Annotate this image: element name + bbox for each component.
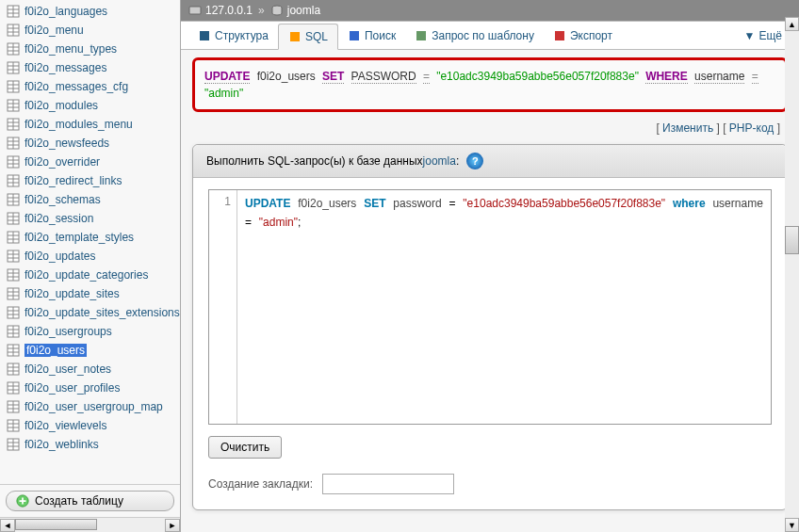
table-item[interactable]: f0i2o_usergroups	[6, 322, 174, 341]
table-item[interactable]: f0i2o_newsfeeds	[6, 134, 174, 153]
scroll-right-icon[interactable]: ►	[165, 519, 180, 532]
tab-sql[interactable]: SQL	[278, 24, 338, 50]
table-item[interactable]: f0i2o_update_categories	[6, 266, 174, 284]
table-item[interactable]: f0i2o_viewlevels	[6, 416, 174, 435]
main: 127.0.0.1 » joomla СтруктураSQLПоискЗапр…	[181, 0, 799, 532]
table-list[interactable]: f0i2o_languagesf0i2o_menuf0i2o_menu_type…	[0, 0, 180, 484]
svg-rect-100	[290, 32, 300, 41]
content: UPDATE f0i2o_users SET PASSWORD = "e10ad…	[181, 50, 799, 532]
main-vscrollbar[interactable]: ▲ ▼	[785, 17, 799, 532]
tab-label: Запрос по шаблону	[432, 29, 534, 42]
panel-suffix: :	[456, 154, 459, 168]
help-icon[interactable]: ?	[466, 153, 483, 169]
tab-label: Экспорт	[570, 29, 612, 42]
panel-header: Выполнить SQL-запрос(ы) к базе данных jo…	[193, 145, 787, 178]
table-item[interactable]: f0i2o_user_notes	[6, 360, 174, 379]
table-item[interactable]: f0i2o_modules_menu	[6, 115, 174, 134]
breadcrumb-db[interactable]: joomla	[287, 4, 320, 17]
query-links: [ Изменить ] [ PHP-код ]	[192, 118, 788, 144]
sidebar-footer: Создать таблицу	[0, 484, 180, 517]
table-item[interactable]: f0i2o_menu_types	[6, 40, 174, 58]
table-icon	[6, 380, 21, 395]
clear-button[interactable]: Очистить	[208, 436, 282, 459]
table-icon	[6, 211, 21, 226]
table-item[interactable]: f0i2o_session	[6, 209, 174, 228]
scroll-track[interactable]	[15, 519, 165, 532]
scroll-down-icon[interactable]: ▼	[785, 518, 799, 532]
table-item[interactable]: f0i2o_schemas	[6, 190, 174, 209]
db-icon	[270, 4, 284, 17]
tab-структура[interactable]: Структура	[188, 22, 278, 49]
sidebar-hscrollbar[interactable]: ◄ ►	[0, 517, 180, 532]
table-icon	[6, 399, 21, 414]
svg-rect-102	[416, 31, 426, 40]
query-cond-eq: =	[752, 70, 758, 84]
breadcrumb-host[interactable]: 127.0.0.1	[205, 4, 253, 17]
table-item[interactable]: f0i2o_users	[6, 341, 174, 360]
e-where: where	[673, 197, 706, 210]
table-item[interactable]: f0i2o_weblinks	[6, 435, 174, 454]
tab-поиск[interactable]: Поиск	[338, 22, 405, 49]
e-set: SET	[364, 197, 385, 210]
tab-label: Поиск	[365, 29, 396, 42]
scroll-up-icon[interactable]: ▲	[785, 17, 799, 31]
kw-where: WHERE	[645, 70, 688, 84]
plus-icon	[16, 494, 29, 508]
tab-more[interactable]: ▼Ещё	[735, 22, 791, 49]
table-item[interactable]: f0i2o_update_sites	[6, 284, 174, 303]
table-name: f0i2o_redirect_links	[24, 174, 122, 187]
table-item[interactable]: f0i2o_update_sites_extensions	[6, 303, 174, 322]
table-icon	[6, 343, 21, 358]
query-eq: =	[423, 70, 430, 84]
table-item[interactable]: f0i2o_template_styles	[6, 228, 174, 247]
table-item[interactable]: f0i2o_modules	[6, 96, 174, 115]
table-name: f0i2o_update_sites_extensions	[24, 306, 180, 319]
host-icon	[188, 4, 202, 17]
table-icon	[6, 41, 21, 56]
table-name: f0i2o_overrider	[24, 155, 100, 169]
table-icon	[6, 136, 21, 151]
vscroll-thumb[interactable]	[785, 226, 799, 254]
table-icon	[6, 286, 21, 301]
chevron-down-icon: ▼	[744, 29, 756, 42]
bookmark-row: Создание закладки:	[208, 474, 772, 494]
table-item[interactable]: f0i2o_updates	[6, 247, 174, 266]
table-icon	[6, 79, 21, 94]
table-icon	[6, 362, 21, 377]
e-eq: =	[449, 197, 456, 210]
tab-icon	[198, 29, 211, 42]
sql-editor[interactable]: 1 UPDATE f0i2o_users SET password = "e10…	[208, 189, 772, 425]
tab-экспорт[interactable]: Экспорт	[544, 22, 622, 49]
table-icon	[6, 230, 21, 245]
tab-icon	[288, 30, 302, 43]
table-name: f0i2o_user_notes	[24, 363, 111, 376]
table-item[interactable]: f0i2o_messages_cfg	[6, 77, 174, 96]
editor-code[interactable]: UPDATE f0i2o_users SET password = "e10ad…	[237, 190, 771, 424]
table-icon	[6, 267, 21, 282]
bookmark-input[interactable]	[322, 474, 454, 494]
table-name: f0i2o_schemas	[24, 193, 101, 206]
table-name: f0i2o_menu	[24, 24, 84, 37]
query-cond-field: username	[694, 70, 744, 84]
tab-запрос по шаблону[interactable]: Запрос по шаблону	[405, 22, 544, 49]
table-item[interactable]: f0i2o_menu	[6, 21, 174, 40]
table-item[interactable]: f0i2o_user_profiles	[6, 379, 174, 397]
scroll-left-icon[interactable]: ◄	[0, 519, 15, 532]
panel-db[interactable]: joomla	[423, 154, 456, 168]
php-link[interactable]: PHP-код	[729, 121, 774, 135]
query-value: "e10adc3949ba59abbe56e057f20f883e"	[436, 70, 639, 83]
table-item[interactable]: f0i2o_redirect_links	[6, 171, 174, 190]
create-table-button[interactable]: Создать таблицу	[6, 491, 174, 511]
e-cfield: username	[712, 197, 762, 210]
table-name: f0i2o_updates	[24, 250, 95, 263]
tab-label: SQL	[305, 30, 328, 43]
vscroll-track[interactable]	[785, 31, 799, 518]
table-icon	[6, 154, 21, 169]
tabs: СтруктураSQLПоискЗапрос по шаблонуЭкспор…	[181, 21, 799, 50]
scroll-thumb[interactable]	[15, 519, 97, 530]
table-item[interactable]: f0i2o_languages	[6, 2, 174, 21]
table-item[interactable]: f0i2o_messages	[6, 58, 174, 77]
table-item[interactable]: f0i2o_overrider	[6, 153, 174, 171]
edit-link[interactable]: Изменить	[662, 121, 713, 135]
table-item[interactable]: f0i2o_user_usergroup_map	[6, 397, 174, 416]
